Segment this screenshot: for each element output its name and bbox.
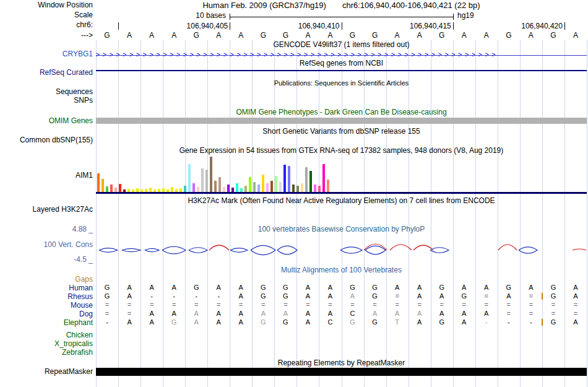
conservation-arc: [364, 244, 387, 250]
alignment-cell: G: [542, 292, 564, 300]
track-label-repeatmasker[interactable]: RepeatMasker: [45, 368, 93, 376]
omim-genes-bar[interactable]: [96, 118, 587, 124]
alignment-cell: =: [96, 310, 118, 317]
gene-model-line[interactable]: [96, 192, 587, 194]
species-label-dog[interactable]: Dog: [79, 310, 93, 318]
column-guide: [342, 40, 342, 387]
alignment-cell: G: [252, 292, 274, 300]
column-guide: [587, 40, 587, 387]
conservation-arc: [145, 248, 159, 251]
species-label-zebrafish[interactable]: Zebrafish: [62, 348, 93, 357]
track-label-refseq-curated[interactable]: RefSeq Curated: [40, 69, 93, 77]
refseq-track-title: RefSeq genes from NCBI: [96, 59, 587, 67]
species-label-x_tropicalis[interactable]: X_tropicalis: [54, 339, 93, 348]
gtex-track-title: Gene Expression in 54 tissues from GTEx …: [96, 147, 587, 155]
alignment-cell: A: [118, 318, 141, 326]
conservation-plot[interactable]: [0, 238, 588, 262]
assembly-short-label: hg19: [457, 11, 474, 20]
track-label-snps[interactable]: SNPs: [74, 97, 93, 105]
alignment-cell: G: [364, 292, 386, 300]
alignment-cell: =: [498, 310, 520, 317]
base-letter: G: [96, 31, 118, 40]
scale-bar-left-tick: [230, 14, 230, 20]
alignment-cell: A: [274, 310, 296, 317]
alignment-cell: G: [431, 284, 453, 291]
column-guide: [475, 40, 476, 387]
species-label-elephant[interactable]: Elephant: [64, 318, 93, 327]
alignment-cell: A: [185, 310, 207, 317]
track-label-omim-genes[interactable]: OMIM Genes: [49, 117, 93, 125]
alignment-cell: A: [141, 318, 163, 326]
alignment-cell: A: [319, 310, 341, 317]
alignment-cell: =: [96, 301, 118, 308]
alignment-cell: G: [252, 284, 274, 291]
label-scale: Scale: [74, 11, 93, 19]
alignment-cell: A: [564, 292, 587, 300]
track-label-sequences[interactable]: Sequences: [56, 88, 93, 96]
gtex-bar: [257, 185, 260, 192]
column-guide: [520, 40, 521, 387]
species-label-human[interactable]: Human: [69, 284, 93, 292]
alignment-cell: =: [118, 310, 141, 317]
track-label-layered-h3k27ac[interactable]: Layered H3K27Ac: [33, 206, 93, 214]
gene-label-aim1[interactable]: AIM1: [76, 172, 93, 180]
gene-label-crybg1[interactable]: CRYBG1: [63, 50, 93, 58]
alignment-cell: A: [475, 310, 498, 317]
alignment-cell: A: [207, 310, 230, 317]
species-label-chicken[interactable]: Chicken: [66, 331, 93, 339]
alignment-cell: G: [274, 318, 296, 326]
conservation-arc: [99, 248, 118, 253]
repeatmasker-bar[interactable]: [96, 368, 587, 376]
base-letter: G: [342, 31, 364, 40]
column-guide: [207, 40, 208, 387]
species-label-gaps[interactable]: Gaps: [75, 275, 93, 284]
repeatmasker-track-title: Repeating Elements by RepeatMasker: [96, 359, 587, 367]
alignment-cell: =: [520, 292, 542, 300]
scale-bar-right-tick: [453, 14, 454, 20]
alignment-cell: G: [274, 284, 296, 291]
conservation-arc: [340, 247, 362, 253]
species-label-mouse[interactable]: Mouse: [71, 301, 93, 310]
alignment-cell: A: [185, 318, 207, 326]
refseq-curated-item[interactable]: [96, 70, 587, 71]
gtex-bar: [197, 187, 199, 192]
alignment-cell: -: [207, 292, 230, 300]
conservation-arc: [162, 246, 186, 254]
h3k27ac-track-title: H3K27Ac Mark (Often Found Near Active Re…: [96, 197, 587, 205]
gtex-bar: [318, 186, 321, 192]
gtex-bar: [188, 164, 191, 192]
scale-value: 10 bases: [196, 11, 226, 20]
base-letter: A: [453, 31, 475, 40]
alignment-cell: =: [296, 301, 319, 308]
gtex-bar: [301, 183, 303, 192]
base-letter: A: [207, 31, 230, 40]
base-letter: A: [163, 31, 185, 40]
column-guide: [118, 40, 119, 387]
alignment-cell: =: [230, 301, 252, 308]
alignment-cell: G: [342, 284, 364, 291]
gtex-bar: [149, 188, 152, 192]
gtex-bar: [214, 181, 217, 192]
conservation-arc: [277, 246, 297, 254]
gtex-bar: [244, 186, 247, 192]
gtex-bar: [314, 185, 316, 192]
alignment-cell: -: [520, 318, 542, 326]
alignment-cell: A: [207, 284, 230, 291]
base-letter: G: [431, 31, 453, 40]
species-label-rhesus[interactable]: Rhesus: [67, 292, 93, 301]
alignment-cell: =: [274, 301, 296, 308]
base-letter: G: [542, 31, 564, 40]
column-guide: [386, 40, 387, 387]
multiz-track-title: Multiz Alignments of 100 Vertebrates: [96, 266, 587, 274]
track-label-common-dbsnp[interactable]: Common dbSNP(155): [20, 136, 93, 144]
gtex-bar: [253, 182, 256, 192]
alignment-cell: A: [342, 292, 364, 300]
alignment-cell: G: [252, 318, 274, 326]
alignment-cell: =: [409, 301, 431, 308]
base-letter: G: [364, 31, 386, 40]
alignment-cell: G: [185, 284, 207, 291]
conservation-arc: [122, 248, 141, 251]
alignment-cell: G: [163, 318, 185, 326]
alignment-cell: G: [364, 318, 386, 326]
gtex-bar: [184, 186, 186, 192]
